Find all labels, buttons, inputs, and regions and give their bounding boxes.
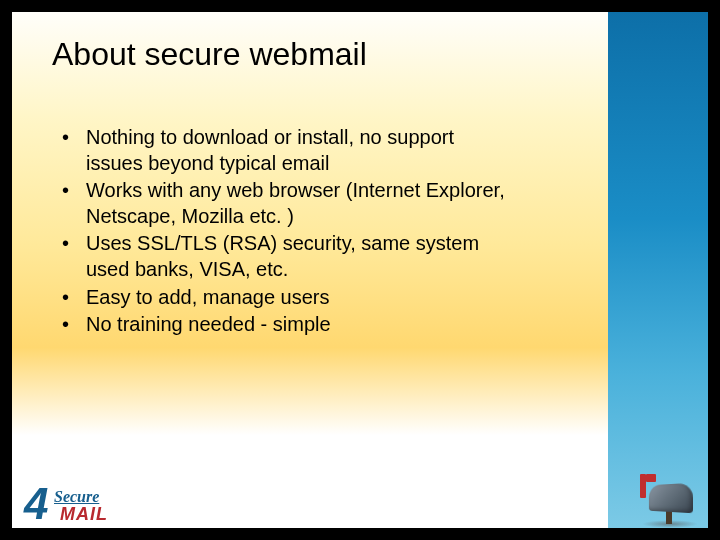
- list-item: Easy to add, manage users: [62, 285, 512, 311]
- content-area: About secure webmail Nothing to download…: [12, 12, 608, 528]
- slide-frame: About secure webmail Nothing to download…: [12, 12, 708, 528]
- mailbox-flag: [640, 474, 646, 498]
- list-item: Works with any web browser (Internet Exp…: [62, 178, 512, 229]
- logo-number: 4: [24, 482, 48, 526]
- list-item: Uses SSL/TLS (RSA) security, same system…: [62, 231, 512, 282]
- slide-title: About secure webmail: [52, 36, 592, 73]
- brand-logo: 4 Secure MAIL: [24, 484, 144, 530]
- list-item: Nothing to download or install, no suppo…: [62, 125, 512, 176]
- list-item: No training needed - simple: [62, 312, 512, 338]
- mailbox-body: [649, 483, 693, 514]
- bullet-list: Nothing to download or install, no suppo…: [52, 125, 512, 338]
- mailbox-icon: [638, 472, 702, 528]
- logo-mail-text: MAIL: [60, 504, 108, 525]
- accent-band: [608, 12, 708, 528]
